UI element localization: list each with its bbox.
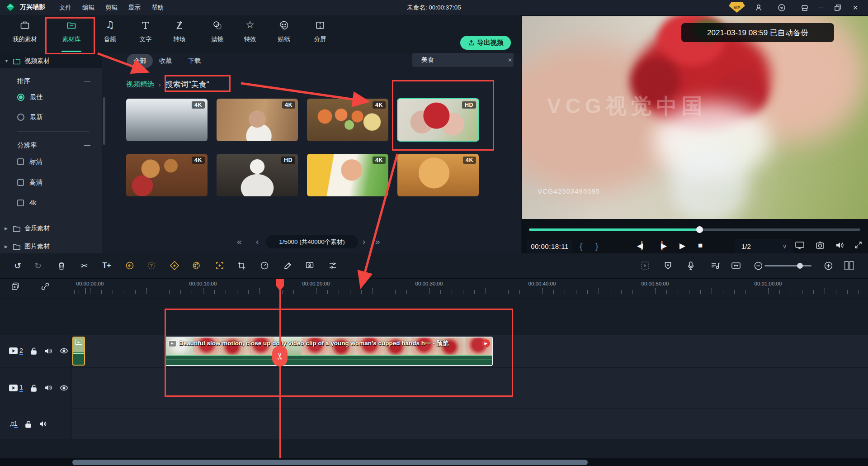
sidebar-item-music-stock[interactable]: ▶ 音乐素材: [0, 222, 102, 235]
menu-view[interactable]: 显示: [128, 4, 141, 12]
minimize-button[interactable]: ─: [816, 2, 826, 13]
delete-button[interactable]: [56, 260, 67, 271]
display-device-icon[interactable]: [795, 241, 805, 250]
track-visibility-icon[interactable]: [60, 385, 68, 391]
audio-track-1[interactable]: ♫ 1: [0, 409, 868, 439]
zoom-slider-handle[interactable]: [797, 263, 803, 269]
export-video-button[interactable]: 导出视频: [460, 36, 511, 50]
collapse-resolution-icon[interactable]: —: [84, 141, 90, 148]
keyframe-button[interactable]: [169, 260, 180, 271]
color-palette-button[interactable]: [191, 260, 202, 271]
tab-transition[interactable]: 转场: [159, 19, 200, 52]
fit-timeline-button[interactable]: [731, 260, 741, 271]
store-icon[interactable]: [799, 2, 810, 13]
fullscreen-icon[interactable]: [854, 241, 863, 249]
sidebar-item-video-stock[interactable]: ▼ 视频素材: [0, 53, 102, 68]
timeline-ruler[interactable]: 00:00:00:00 00:00:10:00 00:00:20:00 00:0…: [0, 278, 868, 299]
track-mute-icon[interactable]: [44, 384, 52, 391]
progress-handle[interactable]: [696, 226, 703, 233]
split-scissors-button[interactable]: ✂: [79, 260, 90, 271]
sort-option-best[interactable]: 最佳: [17, 93, 43, 101]
triangle-down-icon[interactable]: ▼: [5, 59, 9, 63]
media-tab-all[interactable]: 全部: [127, 54, 153, 68]
menu-help[interactable]: 帮助: [151, 4, 164, 12]
resolution-option-hd[interactable]: 高清: [17, 178, 42, 187]
tab-audio[interactable]: ♫ 音频: [90, 19, 130, 52]
resolution-option-4k[interactable]: 4k: [17, 199, 36, 206]
render-preview-button[interactable]: [640, 260, 651, 271]
pagination-prev-icon[interactable]: ‹: [256, 237, 259, 247]
resolution-option-sd[interactable]: 标清: [17, 157, 42, 166]
link-clips-icon[interactable]: [40, 281, 51, 291]
snapshot-camera-icon[interactable]: [816, 241, 825, 250]
search-box[interactable]: ✕: [412, 53, 514, 67]
stock-video-thumbnail[interactable]: 4K: [307, 154, 388, 196]
zoom-out-button[interactable]: [753, 260, 764, 271]
record-voiceover-button[interactable]: [685, 260, 696, 271]
close-button[interactable]: ✕: [850, 2, 861, 13]
timeline-hscroll-thumb[interactable]: [72, 460, 588, 465]
crop-button[interactable]: [236, 260, 247, 271]
tab-stickers[interactable]: 贴纸: [264, 19, 304, 52]
collapse-sort-icon[interactable]: —: [84, 77, 90, 84]
track-layout-toggle[interactable]: [844, 260, 854, 271]
track-mute-icon[interactable]: [44, 347, 52, 355]
redo-button[interactable]: ↻: [33, 260, 43, 271]
next-frame-button[interactable]: ▕▶: [656, 241, 665, 251]
preview-zoom-select[interactable]: 1/2 ∨: [735, 239, 793, 253]
triangle-right-icon[interactable]: ▶: [5, 244, 9, 249]
unlock-icon[interactable]: [30, 347, 37, 355]
tab-splitscreen[interactable]: 分屏: [300, 19, 340, 52]
vip-badge[interactable]: VIP: [729, 2, 745, 13]
stock-video-thumbnail[interactable]: 4K: [217, 99, 298, 141]
playback-progress-bar[interactable]: [529, 228, 860, 231]
speed-button[interactable]: [259, 260, 270, 271]
media-panel-scrollbar[interactable]: [103, 97, 105, 145]
stock-video-thumbnail[interactable]: 4K: [397, 154, 479, 196]
checkbox-icon[interactable]: [17, 158, 24, 165]
audio-mixer-button[interactable]: [710, 260, 721, 271]
account-icon[interactable]: [753, 2, 764, 13]
stop-button[interactable]: ■: [698, 241, 703, 250]
menu-clip[interactable]: 剪辑: [105, 4, 118, 12]
stock-video-thumbnail[interactable]: 4K: [307, 99, 388, 141]
text-to-speech-button[interactable]: [146, 260, 157, 271]
mark-in-icon[interactable]: {: [580, 241, 582, 251]
triangle-right-icon[interactable]: ▶: [5, 226, 9, 231]
sidebar-item-image-stock[interactable]: ▶ 图片素材: [0, 240, 102, 253]
play-button[interactable]: ▶: [679, 241, 685, 251]
marker-button[interactable]: [662, 260, 673, 271]
volume-icon[interactable]: [835, 241, 844, 250]
color-picker-button[interactable]: [282, 260, 293, 271]
menu-file[interactable]: 文件: [59, 4, 71, 12]
pagination-next-icon[interactable]: ›: [363, 237, 365, 247]
tab-my-media[interactable]: 我的素材: [5, 19, 45, 52]
checkbox-icon[interactable]: [17, 179, 24, 186]
add-to-timeline-icon[interactable]: [10, 281, 20, 291]
zoom-in-button[interactable]: [823, 260, 834, 271]
adjust-sliders-button[interactable]: [327, 260, 338, 271]
unlock-icon[interactable]: [30, 384, 37, 392]
pagination-last-icon[interactable]: »: [375, 237, 380, 247]
stock-video-thumbnail[interactable]: HD: [217, 154, 298, 196]
chroma-key-button[interactable]: [304, 260, 315, 271]
checkbox-icon[interactable]: [17, 200, 24, 206]
previous-frame-button[interactable]: ◀▏: [637, 241, 646, 251]
preview-video[interactable]: VCG视觉中国 VCG42503495095 2021-03-19 08:59 …: [522, 16, 868, 219]
add-text-button[interactable]: T+: [101, 260, 112, 271]
mark-out-icon[interactable]: }: [595, 241, 598, 251]
stock-video-thumbnail[interactable]: 4K: [126, 154, 208, 196]
media-tab-downloads[interactable]: 下载: [188, 57, 201, 65]
unlock-icon[interactable]: [25, 420, 32, 428]
timeline-mini-clip-selected[interactable]: ▶: [72, 337, 85, 366]
restore-button[interactable]: [832, 2, 843, 13]
timeline-zoom-slider[interactable]: [764, 265, 811, 266]
breadcrumb-parent[interactable]: 视频精选: [126, 80, 154, 89]
pagination-first-icon[interactable]: «: [237, 237, 242, 247]
clear-search-icon[interactable]: ✕: [508, 57, 512, 63]
motion-track-button[interactable]: [214, 260, 225, 271]
feedback-icon[interactable]: [776, 2, 787, 13]
stock-video-thumbnail[interactable]: 4K: [126, 99, 208, 141]
sort-option-newest[interactable]: 最新: [17, 113, 43, 121]
track-mute-icon[interactable]: [39, 420, 47, 428]
